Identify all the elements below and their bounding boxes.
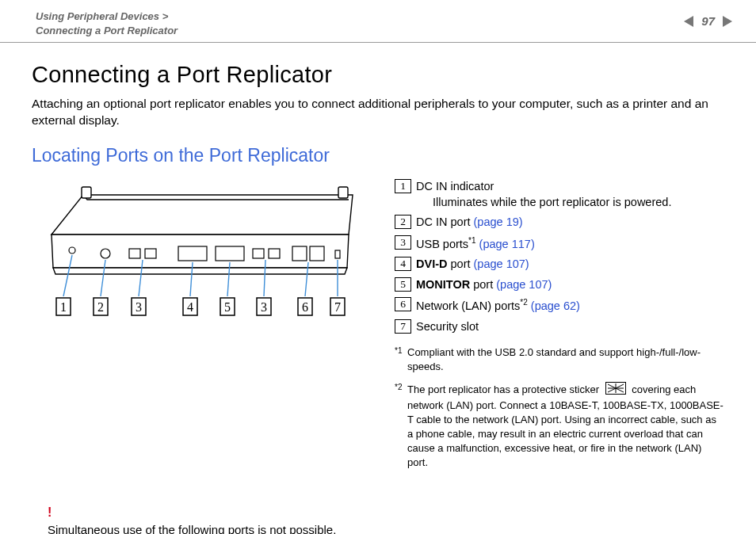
legend-bold-label: DVI-D	[416, 257, 447, 270]
caution-intro: Simultaneous use of the following ports …	[48, 521, 724, 534]
page-link[interactable]: (page 107)	[496, 278, 552, 291]
page-content: Connecting a Port Replicator Attaching a…	[0, 43, 756, 534]
footnote-mark: *2	[395, 382, 407, 393]
footnote-text: The port replicator has a protective sti…	[407, 382, 724, 470]
svg-text:7: 7	[334, 300, 341, 314]
page-title: Connecting a Port Replicator	[32, 62, 724, 88]
svg-point-5	[69, 247, 75, 254]
svg-text:4: 4	[187, 300, 193, 314]
legend-number-2-icon: 2	[395, 215, 411, 229]
port-replicator-svg: 1 2 3 4 5 3 6 7	[36, 179, 368, 326]
legend-number-5-icon: 5	[395, 277, 411, 292]
legend-bold-label: MONITOR	[416, 278, 470, 291]
svg-rect-15	[335, 250, 340, 258]
legend-item-6: 6 Network (LAN) ports*2 (page 62)	[395, 297, 724, 314]
legend-item-2: 2 DC IN port (page 19)	[395, 215, 724, 231]
page-link[interactable]: (page 19)	[474, 216, 523, 228]
page-number: 97	[701, 14, 715, 28]
prev-page-arrow-icon[interactable]	[684, 16, 693, 27]
legend-item-7: 7 Security slot	[395, 319, 724, 335]
breadcrumb-level-1: Using Peripheral Devices >	[36, 10, 178, 24]
legend-label: USB ports	[416, 237, 468, 250]
legend-item-4: 4 DVI-D port (page 107)	[395, 257, 724, 273]
svg-point-6	[101, 249, 110, 258]
svg-marker-0	[52, 195, 353, 235]
intro-paragraph: Attaching an optional port replicator en…	[32, 96, 724, 129]
svg-text:1: 1	[60, 300, 67, 314]
legend-label: port	[447, 257, 473, 270]
page-link[interactable]: (page 107)	[474, 257, 529, 270]
svg-rect-14	[310, 246, 324, 261]
svg-rect-10	[216, 246, 244, 261]
svg-rect-11	[253, 249, 264, 258]
page-nav: 97	[684, 10, 732, 28]
legend-item-5: 5 MONITOR port (page 107)	[395, 277, 724, 293]
svg-marker-2	[53, 268, 347, 274]
sticker-icon	[605, 382, 626, 399]
legend-superscript: *1	[468, 236, 475, 245]
legend-item-3: 3 USB ports*1 (page 117)	[395, 235, 724, 252]
svg-rect-8	[145, 249, 156, 258]
legend-number-7-icon: 7	[395, 319, 411, 334]
svg-text:2: 2	[97, 300, 104, 314]
legend-label: port	[470, 278, 496, 291]
svg-rect-12	[269, 249, 280, 258]
section-subtitle: Locating Ports on the Port Replicator	[32, 145, 724, 166]
legend-item-1: 1 DC IN indicator Illuminates while the …	[395, 179, 724, 210]
legend-label: Security slot	[416, 319, 479, 335]
svg-rect-13	[292, 246, 307, 261]
svg-rect-7	[129, 249, 140, 258]
footnotes: *1 Compliant with the USB 2.0 standard a…	[395, 345, 724, 470]
svg-text:6: 6	[302, 300, 308, 314]
page-link[interactable]: (page 117)	[476, 237, 535, 250]
svg-rect-4	[338, 187, 348, 198]
port-replicator-figure: 1 2 3 4 5 3 6 7	[32, 179, 372, 478]
legend-number-1-icon: 1	[395, 179, 411, 193]
next-page-arrow-icon[interactable]	[723, 16, 732, 27]
footnote-1: *1 Compliant with the USB 2.0 standard a…	[395, 345, 724, 374]
legend-number-4-icon: 4	[395, 257, 411, 271]
breadcrumb-level-2: Connecting a Port Replicator	[36, 24, 178, 38]
caution-bang-icon: !	[48, 503, 724, 521]
svg-text:3: 3	[261, 300, 267, 314]
legend-label: Network (LAN) ports	[416, 299, 520, 312]
svg-text:3: 3	[136, 300, 142, 314]
page-header: Using Peripheral Devices > Connecting a …	[0, 0, 756, 43]
breadcrumb: Using Peripheral Devices > Connecting a …	[36, 10, 178, 37]
legend-number-6-icon: 6	[395, 297, 411, 311]
page-link[interactable]: (page 62)	[528, 299, 580, 312]
legend-number-3-icon: 3	[395, 235, 411, 250]
legend-sublabel: Illuminates while the port replicator is…	[433, 195, 671, 211]
port-legend: 1 DC IN indicator Illuminates while the …	[395, 179, 724, 478]
legend-superscript: *2	[520, 298, 527, 307]
svg-text:5: 5	[224, 300, 231, 314]
svg-rect-9	[178, 246, 207, 261]
svg-rect-3	[82, 187, 91, 198]
legend-label: DC IN indicator	[416, 180, 494, 193]
legend-label: DC IN port	[416, 216, 474, 228]
footnote-2: *2 The port replicator has a protective …	[395, 382, 724, 470]
footnote-text: Compliant with the USB 2.0 standard and …	[407, 345, 724, 374]
footnote-mark: *1	[395, 345, 407, 357]
caution-block: ! Simultaneous use of the following port…	[32, 503, 724, 534]
